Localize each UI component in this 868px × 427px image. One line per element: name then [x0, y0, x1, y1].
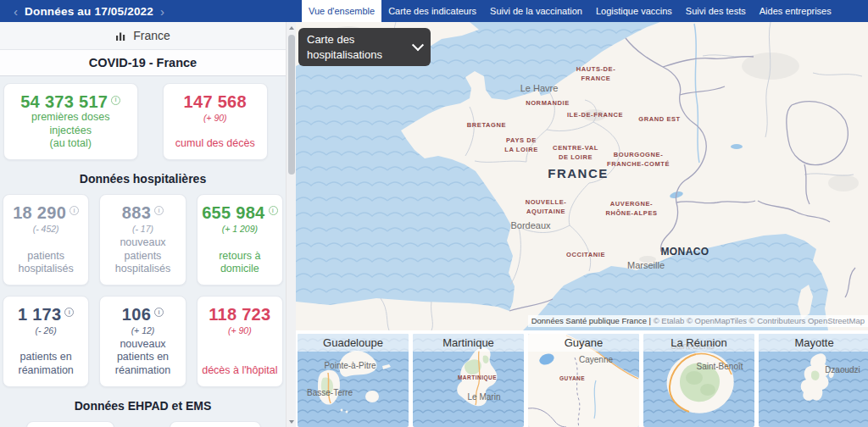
stats-sidebar: France COVID-19 - France 54 373 517i pre…: [0, 22, 286, 427]
stat-card-retours-domicile: 655 984i (+ 1 209) retours à domicile: [197, 194, 283, 286]
info-icon[interactable]: i: [70, 206, 79, 215]
stat-value: 655 984i: [201, 203, 279, 222]
top-header: ‹ Données au 17/05/2022 › Vue d'ensemble…: [0, 0, 868, 22]
info-icon[interactable]: i: [154, 206, 164, 215]
tab-logistique-vaccins[interactable]: Logistique vaccins: [589, 0, 679, 22]
stat-label: décès à l'hôpital: [201, 364, 279, 378]
attribution-source: Données Santé publique France |: [531, 316, 651, 325]
next-date-icon[interactable]: ›: [153, 5, 171, 18]
france-map-svg: [296, 22, 868, 330]
main-nav-tabs: Vue d'ensemble Carte des indicateurs Sui…: [302, 0, 838, 22]
stat-card-deces-hopital: 118 723 (+ 90) décès à l'hôpital: [197, 296, 283, 387]
stat-value: 883i: [103, 203, 181, 222]
minimap-title: Mayotte: [759, 334, 868, 352]
section-heading-hospitalieres: Données hospitalières: [0, 172, 286, 186]
stat-card-nouveaux-hospitalises: 883i (- 17) nouveaux patients hospitalis…: [99, 194, 186, 286]
stat-label: patients en réanimation: [7, 351, 85, 377]
section-heading-ehpad: Données EHPAD et EMS: [0, 399, 286, 413]
minimap-title: Guyane: [528, 334, 639, 352]
map-label: Le Marin: [468, 392, 501, 402]
stat-label: patients hospitalisés: [7, 250, 85, 276]
stat-card-premieres-doses: 54 373 517i premières doses injectées (a…: [3, 83, 138, 160]
stat-card-cumul-deces: 147 568 (+ 90) cumul des décès: [163, 83, 268, 160]
territory-label: France: [133, 29, 170, 42]
minimap-title: Guadeloupe: [298, 334, 409, 352]
stat-label: nouveaux patients en réanimation: [103, 338, 181, 378]
stat-value: 147 568: [175, 92, 255, 111]
stat-label: cumul des décès: [175, 137, 255, 151]
stat-delta: (- 452): [7, 224, 85, 234]
tab-carte-des-indicateurs[interactable]: Carte des indicateurs: [381, 0, 483, 22]
current-date-label: Données au 17/05/2022: [25, 5, 153, 18]
tab-vue-densemble[interactable]: Vue d'ensemble: [302, 0, 381, 22]
scrollbar-thumb[interactable]: [288, 35, 295, 175]
main-map[interactable]: Le HavreHAUTS-DE- FRANCENORMANDIEILE-DE-…: [296, 22, 868, 330]
map-label: Pointe-à-Pitre: [324, 361, 376, 370]
tab-aides-entreprises[interactable]: Aides entreprises: [753, 0, 838, 22]
date-navigator: ‹ Données au 17/05/2022 ›: [0, 5, 171, 18]
stat-card-ehpad-1: -i: [26, 421, 114, 427]
stat-label: nouveaux patients hospitalisés: [103, 236, 181, 276]
info-icon[interactable]: i: [269, 206, 278, 215]
minimap-la-reunion[interactable]: La Réunion Saint-DenisSaint-Benoît: [643, 334, 754, 427]
stat-value: 18 290i: [7, 203, 85, 222]
stat-card-ehpad-2: 28 845i: [170, 421, 261, 427]
stat-card-nouveaux-reanimation: 106i (+ 12) nouveaux patients en réanima…: [99, 296, 186, 387]
territory-selector[interactable]: France: [0, 22, 286, 50]
chevron-down-icon: [412, 39, 424, 51]
map-label: MARTINIQUE: [458, 374, 497, 380]
minimap-martinique[interactable]: Martinique MARTINIQUELe Marin: [413, 334, 524, 427]
tab-suivi-des-tests[interactable]: Suivi des tests: [679, 0, 753, 22]
overseas-minimaps: Guadeloupe Pointe-à-PitreBasse-Terre Mar…: [296, 334, 868, 427]
map-layer-selector[interactable]: Carte des hospitalisations: [298, 28, 431, 66]
stat-value: 118 723: [201, 305, 279, 324]
stat-label: premières doses injectées (au total): [16, 111, 125, 151]
stat-delta: (- 17): [103, 224, 181, 234]
stat-delta: (- 26): [7, 325, 85, 336]
minimap-title: La Réunion: [643, 334, 754, 352]
map-label: Saint-Benoît: [696, 362, 743, 371]
stat-delta: (+ 90): [201, 325, 279, 336]
map-label: Dzaoudzi: [825, 365, 860, 374]
minimap-title: Martinique: [413, 334, 524, 352]
attribution-links[interactable]: © Etalab © OpenMapTiles © Contributeurs …: [654, 316, 865, 325]
map-label: GUYANE: [559, 375, 585, 381]
tab-suivi-vaccination[interactable]: Suivi de la vaccination: [483, 0, 589, 22]
sidebar-title: COVID-19 - France: [0, 50, 286, 76]
map-layer-label: Carte des hospitalisations: [307, 32, 409, 62]
stat-value: 106i: [103, 305, 181, 324]
previous-date-icon[interactable]: ‹: [7, 5, 25, 18]
stat-delta: (+ 12): [103, 325, 181, 336]
map-label: Cayenne: [579, 355, 613, 364]
map-attribution: Données Santé publique France | © Etalab…: [528, 315, 868, 327]
stat-delta: (+ 1 209): [201, 224, 279, 234]
map-label: Basse-Terre: [307, 388, 353, 397]
minimap-mayotte[interactable]: Mayotte Dzaoudzi: [759, 334, 868, 427]
minimap-guyane[interactable]: Guyane CayenneGUYANE: [528, 334, 639, 427]
info-icon[interactable]: i: [64, 308, 74, 317]
stats-cards-area: 54 373 517i premières doses injectées (a…: [0, 76, 286, 427]
stat-card-patients-reanimation: 1 173i (- 26) patients en réanimation: [3, 296, 89, 387]
sidebar-scrollbar[interactable]: [286, 22, 296, 427]
map-zone: Le HavreHAUTS-DE- FRANCENORMANDIEILE-DE-…: [296, 22, 868, 427]
stat-label: retours à domicile: [201, 250, 279, 276]
stat-card-patients-hospitalises: 18 290i (- 452) patients hospitalisés: [3, 194, 89, 286]
bar-chart-icon: [115, 30, 126, 42]
stat-value: 1 173i: [7, 305, 85, 324]
minimap-guadeloupe[interactable]: Guadeloupe Pointe-à-PitreBasse-Terre: [298, 334, 409, 427]
stat-value: 54 373 517i: [16, 92, 125, 111]
stat-delta: (+ 90): [175, 113, 255, 123]
info-icon[interactable]: i: [111, 96, 120, 105]
info-icon[interactable]: i: [154, 308, 164, 317]
